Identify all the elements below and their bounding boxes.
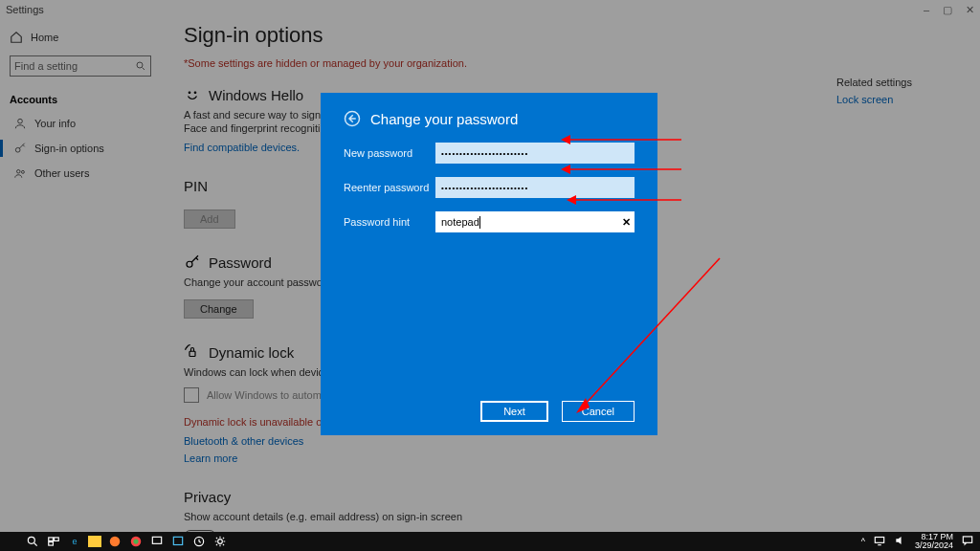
taskbar-app[interactable] <box>212 534 228 549</box>
svg-rect-25 <box>152 537 161 543</box>
taskbar-app[interactable] <box>107 534 122 549</box>
next-button[interactable]: Next <box>480 401 548 422</box>
back-icon[interactable] <box>344 110 361 127</box>
svg-point-18 <box>28 537 34 543</box>
reenter-password-label: Reenter password <box>344 182 435 193</box>
change-password-dialog: Change your password New password ••••••… <box>321 93 657 435</box>
svg-rect-30 <box>963 537 971 542</box>
input-value: •••••••••••••••••••••••• <box>441 149 528 158</box>
cancel-button[interactable]: Cancel <box>562 401 635 422</box>
tray-clock[interactable]: 8:17 PM 3/29/2024 <box>915 533 953 550</box>
tray-network-icon[interactable] <box>873 534 886 549</box>
input-value: notepad <box>441 216 479 228</box>
taskbar-app[interactable] <box>170 534 186 549</box>
svg-point-24 <box>133 539 138 543</box>
clear-icon[interactable]: ✕ <box>622 216 631 229</box>
svg-point-28 <box>218 540 223 544</box>
tray-date: 3/29/2024 <box>915 541 953 550</box>
taskbar: e ^ 8:17 PM 3/29/2024 <box>0 532 980 551</box>
search-taskbar-icon[interactable] <box>25 534 40 549</box>
new-password-input[interactable]: •••••••••••••••••••••••• <box>435 143 635 164</box>
tray-notifications-icon[interactable] <box>961 534 974 549</box>
tray-volume-icon[interactable] <box>894 534 907 549</box>
svg-point-22 <box>110 537 121 547</box>
start-button[interactable] <box>4 534 19 549</box>
new-password-label: New password <box>344 147 435 159</box>
tray-chevron-icon[interactable]: ^ <box>861 537 865 546</box>
svg-rect-21 <box>49 542 54 546</box>
taskbar-app[interactable] <box>88 536 101 547</box>
reenter-password-input[interactable]: •••••••••••••••••••••••• <box>435 177 635 198</box>
taskbar-app[interactable]: e <box>67 534 82 549</box>
svg-rect-19 <box>49 538 54 541</box>
svg-rect-20 <box>55 538 59 541</box>
taskbar-app[interactable] <box>149 534 165 549</box>
svg-rect-26 <box>173 537 182 544</box>
taskbar-app[interactable] <box>191 534 207 549</box>
password-hint-input[interactable]: notepad ✕ <box>435 211 635 232</box>
task-view-icon[interactable] <box>46 534 61 549</box>
password-hint-label: Password hint <box>344 216 435 228</box>
taskbar-app[interactable] <box>128 534 144 549</box>
input-value: •••••••••••••••••••••••• <box>441 184 528 192</box>
svg-rect-29 <box>875 538 883 543</box>
dialog-title: Change your password <box>370 111 518 127</box>
